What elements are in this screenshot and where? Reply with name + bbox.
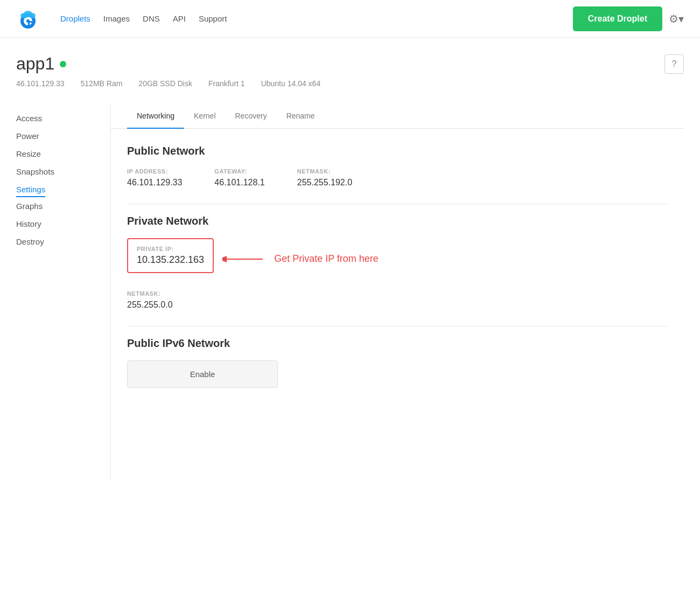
main-nav: Droplets Images DNS API Support xyxy=(60,14,573,23)
private-netmask-fields: NETMASK: 255.255.0.0 xyxy=(127,290,668,310)
status-indicator xyxy=(60,61,66,67)
svg-rect-4 xyxy=(28,21,30,25)
netmask-field: NETMASK: 255.255.192.0 xyxy=(297,168,352,187)
private-ip-value: 10.135.232.163 xyxy=(137,254,204,266)
create-droplet-button[interactable]: Create Droplet xyxy=(573,6,662,31)
enable-ipv6-button[interactable]: Enable xyxy=(127,360,278,388)
droplet-location: Frankfurt 1 xyxy=(208,79,245,88)
gateway-label: GATEWAY: xyxy=(214,168,264,175)
annotation-arrow xyxy=(222,251,265,267)
sidebar: Access Power Resize Snapshots Settings G… xyxy=(16,104,110,481)
tab-recovery[interactable]: Recovery xyxy=(226,104,277,129)
gear-icon: ⚙ xyxy=(669,12,678,25)
droplet-ram: 512MB Ram xyxy=(81,79,123,88)
droplet-name: app1 xyxy=(16,54,54,74)
nav-support[interactable]: Support xyxy=(199,14,227,23)
ip-address-value: 46.101.129.33 xyxy=(127,178,182,187)
gateway-value: 46.101.128.1 xyxy=(214,178,264,187)
droplet-ip: 46.101.129.33 xyxy=(16,79,65,88)
header-right: Create Droplet ⚙ ▾ xyxy=(573,6,684,31)
netmask-label: NETMASK: xyxy=(297,168,352,175)
private-netmask-label: NETMASK: xyxy=(127,290,173,297)
tab-rename[interactable]: Rename xyxy=(277,104,325,129)
content-area: Networking Kernel Recovery Rename Public… xyxy=(110,104,684,481)
sidebar-item-power[interactable]: Power xyxy=(16,127,110,145)
nav-images[interactable]: Images xyxy=(103,14,130,23)
netmask-value: 255.255.192.0 xyxy=(297,178,352,187)
public-network-section: Public Network IP ADDRESS: 46.101.129.33… xyxy=(127,145,668,187)
nav-dns[interactable]: DNS xyxy=(143,14,160,23)
sidebar-item-history[interactable]: History xyxy=(16,215,110,233)
private-ip-label: PRIVATE IP: xyxy=(137,246,204,252)
nav-droplets[interactable]: Droplets xyxy=(60,14,90,23)
private-ip-box: PRIVATE IP: 10.135.232.163 xyxy=(127,238,214,273)
private-network-section: Private Network PRIVATE IP: 10.135.232.1… xyxy=(127,215,668,310)
tab-bar: Networking Kernel Recovery Rename xyxy=(111,104,684,129)
droplet-meta: 46.101.129.33 512MB Ram 20GB SSD Disk Fr… xyxy=(16,79,684,88)
private-netmask-field: NETMASK: 255.255.0.0 xyxy=(127,290,173,310)
help-button[interactable]: ? xyxy=(664,54,684,74)
divider-1 xyxy=(127,204,668,204)
ipv6-network-section: Public IPv6 Network Enable xyxy=(127,337,668,388)
header: Droplets Images DNS API Support Create D… xyxy=(0,0,700,38)
tab-networking[interactable]: Networking xyxy=(127,104,184,129)
private-network-title: Private Network xyxy=(127,215,668,227)
svg-point-7 xyxy=(29,13,36,18)
ip-address-label: IP ADDRESS: xyxy=(127,168,182,175)
droplet-os: Ubuntu 14.04 x64 xyxy=(261,79,321,88)
nav-api[interactable]: API xyxy=(173,14,186,23)
gateway-field: GATEWAY: 46.101.128.1 xyxy=(214,168,264,187)
droplet-title-row: app1 ? xyxy=(16,54,684,74)
private-netmask-value: 255.255.0.0 xyxy=(127,300,173,310)
sidebar-item-destroy[interactable]: Destroy xyxy=(16,233,110,251)
main-layout: Access Power Resize Snapshots Settings G… xyxy=(16,104,684,481)
divider-2 xyxy=(127,326,668,326)
sidebar-item-settings[interactable]: Settings xyxy=(16,180,45,197)
private-ip-section: PRIVATE IP: 10.135.232.163 xyxy=(127,238,668,280)
public-network-title: Public Network xyxy=(127,145,668,157)
sidebar-item-access[interactable]: Access xyxy=(16,109,110,127)
droplet-disk: 20GB SSD Disk xyxy=(138,79,192,88)
network-content: Public Network IP ADDRESS: 46.101.129.33… xyxy=(111,129,684,420)
settings-menu[interactable]: ⚙ ▾ xyxy=(669,12,684,25)
sidebar-item-graphs[interactable]: Graphs xyxy=(16,197,110,215)
sidebar-item-resize[interactable]: Resize xyxy=(16,145,110,163)
ip-address-field: IP ADDRESS: 46.101.129.33 xyxy=(127,168,182,187)
chevron-icon: ▾ xyxy=(678,12,684,25)
ipv6-network-title: Public IPv6 Network xyxy=(127,337,668,350)
public-network-fields: IP ADDRESS: 46.101.129.33 GATEWAY: 46.10… xyxy=(127,168,668,187)
tab-kernel[interactable]: Kernel xyxy=(184,104,225,129)
sidebar-item-snapshots[interactable]: Snapshots xyxy=(16,163,110,180)
logo xyxy=(16,7,44,31)
page-content: app1 ? 46.101.129.33 512MB Ram 20GB SSD … xyxy=(0,38,700,497)
logo-icon xyxy=(16,7,40,31)
private-ip-annotation: Get Private IP from here xyxy=(274,253,379,265)
